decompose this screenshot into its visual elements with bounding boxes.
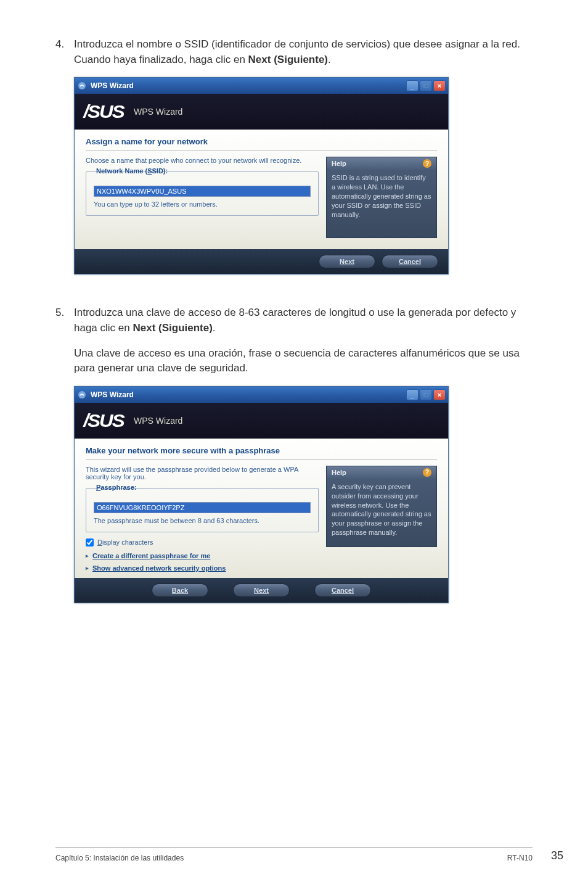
ssid-legend: Network Name (SSID): — [94, 167, 170, 175]
dialog-body: Assign a name for your network Choose a … — [75, 130, 448, 249]
wps-wizard-dialog-1: WPS Wizard _ □ × /SUS WPS Wizard Assign … — [74, 77, 449, 274]
close-button[interactable]: × — [433, 80, 446, 91]
arrow-icon: ▸ — [86, 565, 89, 571]
instruction-4: 4. Introduzca el nombre o SSID (identifi… — [55, 37, 533, 67]
legend-suf: SID): — [152, 167, 168, 175]
help-header: Help ? — [327, 157, 436, 170]
text-bold: Next (Siguiente) — [248, 54, 328, 65]
app-icon — [77, 81, 87, 91]
asus-logo: /SUS — [83, 410, 123, 431]
cb-u: D — [97, 538, 102, 546]
maximize-button: □ — [420, 389, 432, 400]
display-chars-row[interactable]: Display characters — [86, 538, 319, 547]
help-icon: ? — [423, 159, 431, 168]
svg-point-0 — [78, 82, 86, 89]
help-title: Help — [332, 160, 346, 167]
next-button[interactable]: Next — [319, 255, 375, 268]
content-row: Choose a name that people who connect to… — [86, 157, 437, 238]
help-panel: Help ? SSID is a string used to identify… — [326, 157, 437, 238]
button-bar: Back Next Cancel — [75, 578, 448, 603]
titlebar[interactable]: WPS Wizard _ □ × — [75, 387, 448, 403]
footer-right: RT-N10 — [507, 854, 533, 862]
help-body: A security key can prevent outsider from… — [327, 479, 436, 547]
window-controls: _ □ × — [406, 80, 446, 91]
dialog-body: Make your network more secure with a pas… — [75, 439, 448, 578]
pass-hint: The passphrase must be between 8 and 63 … — [94, 517, 311, 524]
step-number: 5. — [55, 305, 74, 336]
window-title: WPS Wizard — [91, 81, 406, 90]
close-button[interactable]: × — [433, 389, 446, 400]
window-controls: _ □ × — [406, 389, 446, 400]
svg-point-1 — [78, 391, 86, 398]
step-number: 4. — [55, 37, 74, 67]
arrow-icon: ▸ — [86, 553, 89, 559]
step5-subtext: Una clave de acceso es una oración, fras… — [74, 346, 533, 376]
next-button[interactable]: Next — [233, 584, 290, 597]
help-icon: ? — [423, 468, 431, 477]
checkbox-label: Display characters — [97, 538, 153, 546]
link-text: Create a different passphrase for me — [92, 552, 210, 559]
step-text: Introduzca el nombre o SSID (identificad… — [74, 37, 533, 67]
legend-suf: assphrase: — [100, 484, 136, 491]
cancel-button[interactable]: Cancel — [382, 255, 438, 268]
asus-logo: /SUS — [83, 101, 123, 122]
app-icon — [77, 390, 87, 400]
brand-title: WPS Wizard — [134, 107, 182, 117]
content-row: This wizard will use the passphrase prov… — [86, 466, 437, 547]
legend-pre: Network Name ( — [96, 167, 147, 175]
create-different-passphrase-link[interactable]: ▸ Create a different passphrase for me — [86, 552, 437, 559]
passphrase-fieldset: Passphrase: The passphrase must be betwe… — [86, 488, 319, 532]
pass-legend: Passphrase: — [94, 484, 139, 491]
ssid-input[interactable] — [94, 186, 311, 197]
brand-bar: /SUS WPS Wizard — [75, 403, 448, 439]
content-left: Choose a name that people who connect to… — [86, 157, 319, 238]
help-title: Help — [332, 469, 346, 476]
step-title: Assign a name for your network — [86, 137, 437, 151]
window-title: WPS Wizard — [91, 390, 406, 399]
help-header: Help ? — [327, 466, 436, 479]
advanced-security-link[interactable]: ▸ Show advanced network security options — [86, 564, 437, 572]
text-bold: Next (Siguiente) — [133, 322, 212, 334]
passphrase-input[interactable] — [94, 502, 311, 513]
intro-text: Choose a name that people who connect to… — [86, 157, 319, 164]
titlebar[interactable]: WPS Wizard _ □ × — [75, 78, 448, 94]
dialog2-wrap: WPS Wizard _ □ × /SUS WPS Wizard Make yo… — [74, 386, 533, 603]
intro-text: This wizard will use the passphrase prov… — [86, 466, 319, 481]
minimize-button[interactable]: _ — [406, 80, 419, 91]
help-body: SSID is a string used to identify a wire… — [327, 170, 436, 237]
maximize-button: □ — [420, 80, 432, 91]
help-panel: Help ? A security key can prevent outsid… — [326, 466, 437, 547]
step-title: Make your network more secure with a pas… — [86, 446, 437, 460]
brand-title: WPS Wizard — [134, 416, 182, 426]
step-text: Introduzca una clave de acceso de 8-63 c… — [74, 305, 533, 336]
instruction-5: 5. Introduzca una clave de acceso de 8-6… — [55, 305, 533, 336]
cancel-button[interactable]: Cancel — [314, 584, 371, 597]
page-number: 35 — [551, 849, 563, 862]
text-post: . — [213, 322, 216, 334]
display-chars-checkbox[interactable] — [86, 538, 94, 547]
ssid-fieldset: Network Name (SSID): You can type up to … — [86, 171, 319, 216]
footer-left: Capítulo 5: Instalación de las utilidade… — [55, 854, 184, 862]
ssid-hint: You can type up to 32 letters or numbers… — [94, 200, 311, 208]
button-bar: Next Cancel — [75, 249, 448, 274]
minimize-button[interactable]: _ — [406, 389, 419, 400]
page-footer: Capítulo 5: Instalación de las utilidade… — [55, 847, 533, 862]
wps-wizard-dialog-2: WPS Wizard _ □ × /SUS WPS Wizard Make yo… — [74, 386, 449, 603]
brand-bar: /SUS WPS Wizard — [75, 94, 448, 130]
back-button[interactable]: Back — [152, 584, 208, 597]
content-left: This wizard will use the passphrase prov… — [86, 466, 319, 547]
dialog1-wrap: WPS Wizard _ □ × /SUS WPS Wizard Assign … — [74, 77, 533, 274]
text-post: . — [328, 54, 331, 65]
link-text: Show advanced network security options — [92, 564, 226, 572]
cb-rest: isplay characters — [102, 538, 153, 546]
